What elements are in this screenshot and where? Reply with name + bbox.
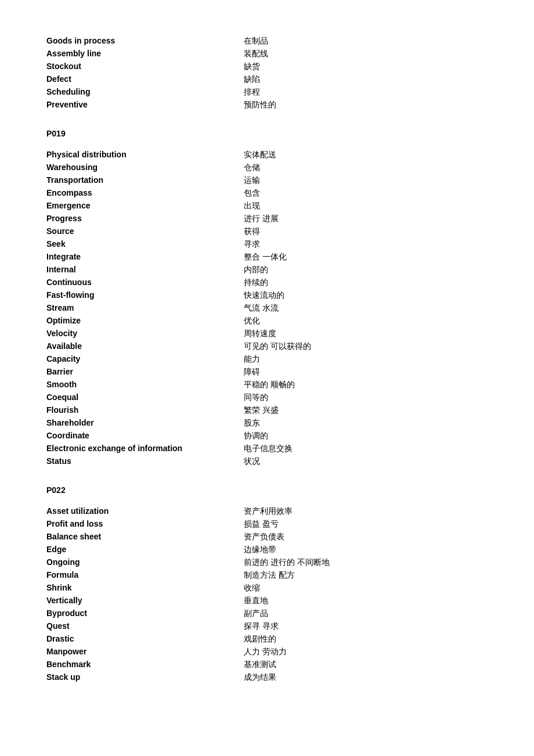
- vocab-row: Emergence出现: [46, 200, 488, 213]
- vocab-chinese: 装配线: [244, 48, 488, 60]
- vocab-english: Quest: [46, 620, 244, 633]
- vocab-row: Shareholder股东: [46, 417, 488, 430]
- vocab-english: Edge: [46, 543, 244, 556]
- vocab-chinese: 整合 一体化: [244, 251, 488, 264]
- vocab-row: Coequal同等的: [46, 391, 488, 404]
- vocab-english: Available: [46, 340, 244, 353]
- vocab-row: Defect缺陷: [46, 73, 488, 86]
- vocab-english: Progress: [46, 213, 244, 225]
- vocab-english: Scheduling: [46, 86, 244, 99]
- vocab-chinese: 气流 水流: [244, 302, 488, 315]
- vocab-chinese: 平稳的 顺畅的: [244, 379, 488, 391]
- vocab-row: Manpower人力 劳动力: [46, 646, 488, 658]
- vocab-row: Internal内部的: [46, 264, 488, 276]
- vocab-row: Warehousing仓储: [46, 161, 488, 174]
- vocab-chinese: 基准测试: [244, 658, 488, 671]
- vocab-chinese: 出现: [244, 200, 488, 213]
- vocab-chinese: 预防性的: [244, 99, 488, 111]
- vocab-chinese: 边缘地带: [244, 543, 488, 556]
- vocab-row: Status状况: [46, 455, 488, 468]
- vocab-table-section-p022: Asset utilization资产利用效率Profit and loss损益…: [46, 505, 488, 684]
- vocab-chinese: 垂直地: [244, 595, 488, 607]
- vocab-english: Balance sheet: [46, 531, 244, 543]
- vocab-row: Stack up成为结果: [46, 671, 488, 684]
- section-header-section-p022: P022: [46, 485, 488, 495]
- vocab-row: Profit and loss损益 盈亏: [46, 518, 488, 531]
- vocab-chinese: 运输: [244, 174, 488, 187]
- vocab-row: Preventive预防性的: [46, 99, 488, 111]
- section-header-section-p019: P019: [46, 129, 488, 138]
- vocab-english: Goods in process: [46, 35, 244, 48]
- vocab-row: Velocity周转速度: [46, 327, 488, 340]
- vocab-english: Warehousing: [46, 161, 244, 174]
- vocab-row: Edge边缘地带: [46, 543, 488, 556]
- vocab-row: Stockout缺货: [46, 60, 488, 73]
- vocab-chinese: 人力 劳动力: [244, 646, 488, 658]
- vocab-chinese: 障碍: [244, 366, 488, 379]
- vocab-chinese: 优化: [244, 315, 488, 327]
- vocab-english: Preventive: [46, 99, 244, 111]
- vocab-chinese: 缺货: [244, 60, 488, 73]
- vocab-row: Goods in process在制品: [46, 35, 488, 48]
- vocab-chinese: 协调的: [244, 430, 488, 442]
- vocab-row: Coordinate协调的: [46, 430, 488, 442]
- vocab-row: Vertically垂直地: [46, 595, 488, 607]
- vocab-chinese: 制造方法 配方: [244, 569, 488, 582]
- vocab-chinese: 探寻 寻求: [244, 620, 488, 633]
- vocab-row: Quest探寻 寻求: [46, 620, 488, 633]
- vocab-chinese: 持续的: [244, 276, 488, 289]
- vocab-english: Vertically: [46, 595, 244, 607]
- vocab-english: Internal: [46, 264, 244, 276]
- vocab-chinese: 电子信息交换: [244, 442, 488, 455]
- vocab-row: Asset utilization资产利用效率: [46, 505, 488, 518]
- vocab-english: Encompass: [46, 187, 244, 200]
- vocab-english: Benchmark: [46, 658, 244, 671]
- vocab-english: Source: [46, 225, 244, 238]
- vocab-row: Scheduling排程: [46, 86, 488, 99]
- vocab-english: Seek: [46, 238, 244, 251]
- vocab-english: Integrate: [46, 251, 244, 264]
- vocab-english: Velocity: [46, 327, 244, 340]
- vocab-row: Available可见的 可以获得的: [46, 340, 488, 353]
- vocab-row: Optimize优化: [46, 315, 488, 327]
- vocab-chinese: 可见的 可以获得的: [244, 340, 488, 353]
- vocab-chinese: 快速流动的: [244, 289, 488, 302]
- vocab-english: Shrink: [46, 582, 244, 595]
- vocab-chinese: 繁荣 兴盛: [244, 404, 488, 417]
- vocab-english: Emergence: [46, 200, 244, 213]
- vocab-english: Assembly line: [46, 48, 244, 60]
- vocab-row: Benchmark基准测试: [46, 658, 488, 671]
- vocab-english: Stockout: [46, 60, 244, 73]
- vocab-english: Flourish: [46, 404, 244, 417]
- vocab-english: Electronic exchange of information: [46, 442, 244, 455]
- vocab-english: Shareholder: [46, 417, 244, 430]
- vocab-english: Manpower: [46, 646, 244, 658]
- vocab-row: Encompass包含: [46, 187, 488, 200]
- vocab-english: Profit and loss: [46, 518, 244, 531]
- vocab-row: Physical distribution实体配送: [46, 149, 488, 161]
- vocab-english: Fast-flowing: [46, 289, 244, 302]
- vocab-row: Smooth平稳的 顺畅的: [46, 379, 488, 391]
- vocab-table-section-p019: Physical distribution实体配送Warehousing仓储Tr…: [46, 149, 488, 468]
- vocab-row: Progress进行 进展: [46, 213, 488, 225]
- vocab-english: Barrier: [46, 366, 244, 379]
- vocab-chinese: 资产负债表: [244, 531, 488, 543]
- vocab-english: Defect: [46, 73, 244, 86]
- vocab-row: Transportation运输: [46, 174, 488, 187]
- vocab-english: Continuous: [46, 276, 244, 289]
- vocab-chinese: 戏剧性的: [244, 633, 488, 646]
- vocab-row: Shrink收缩: [46, 582, 488, 595]
- vocab-table-section-unlabeled: Goods in process在制品Assembly line装配线Stock…: [46, 35, 488, 111]
- vocab-row: Fast-flowing快速流动的: [46, 289, 488, 302]
- vocab-chinese: 资产利用效率: [244, 505, 488, 518]
- vocab-row: Drastic戏剧性的: [46, 633, 488, 646]
- vocab-english: Capacity: [46, 353, 244, 366]
- vocab-chinese: 寻求: [244, 238, 488, 251]
- vocab-row: Ongoing前进的 进行的 不间断地: [46, 556, 488, 569]
- vocab-chinese: 实体配送: [244, 149, 488, 161]
- page-content: Goods in process在制品Assembly line装配线Stock…: [46, 35, 488, 684]
- vocab-chinese: 股东: [244, 417, 488, 430]
- vocab-row: Electronic exchange of information电子信息交换: [46, 442, 488, 455]
- vocab-chinese: 能力: [244, 353, 488, 366]
- vocab-english: Drastic: [46, 633, 244, 646]
